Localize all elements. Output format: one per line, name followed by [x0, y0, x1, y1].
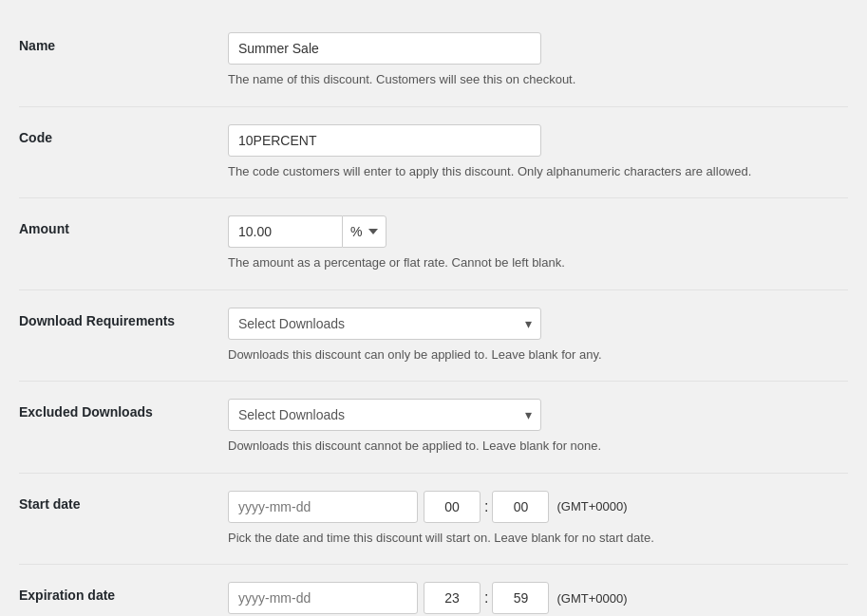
excluded-downloads-select-wrapper: Select Downloads ▾ — [228, 399, 541, 431]
expiration-date-field: : (GMT+0000) — [228, 582, 848, 614]
name-row: Name The name of this discount. Customer… — [19, 15, 848, 107]
amount-unit-select[interactable]: % $ — [342, 215, 386, 248]
expiration-hour-input[interactable] — [424, 582, 481, 614]
code-hint: The code customers will enter to apply t… — [228, 162, 817, 181]
code-field: The code customers will enter to apply t… — [228, 124, 848, 181]
download-requirements-hint: Downloads this discount can only be appl… — [228, 345, 817, 364]
amount-field: % $ The amount as a percentage or flat r… — [228, 215, 848, 272]
start-date-hint: Pick the date and time this discount wil… — [228, 529, 817, 548]
download-requirements-row: Download Requirements Select Downloads ▾… — [19, 290, 848, 383]
amount-row: Amount % $ The amount as a percentage or… — [19, 198, 848, 290]
amount-label: Amount — [19, 215, 228, 236]
expiration-minute-input[interactable] — [492, 582, 549, 614]
amount-inputs: % $ — [228, 215, 848, 248]
excluded-downloads-field: Select Downloads ▾ Downloads this discou… — [228, 399, 848, 456]
name-label: Name — [19, 32, 228, 53]
name-field: The name of this discount. Customers wil… — [228, 32, 848, 89]
start-date-field: : (GMT+0000) Pick the date and time this… — [228, 491, 848, 548]
code-input[interactable] — [228, 124, 541, 157]
expiration-date-input[interactable] — [228, 582, 418, 614]
excluded-downloads-row: Excluded Downloads Select Downloads ▾ Do… — [19, 382, 848, 474]
start-time-separator: : — [481, 491, 492, 523]
start-timezone-label: (GMT+0000) — [556, 499, 627, 513]
excluded-downloads-select[interactable]: Select Downloads — [228, 399, 541, 431]
start-date-label: Start date — [19, 491, 228, 512]
download-requirements-label: Download Requirements — [19, 308, 228, 328]
name-hint: The name of this discount. Customers wil… — [228, 70, 817, 89]
start-minute-input[interactable] — [492, 491, 549, 523]
form-container: Name The name of this discount. Customer… — [0, 0, 867, 616]
amount-hint: The amount as a percentage or flat rate.… — [228, 253, 817, 272]
expiration-datetime-inputs: : (GMT+0000) — [228, 582, 848, 614]
code-row: Code The code customers will enter to ap… — [19, 107, 848, 199]
download-requirements-select-wrapper: Select Downloads ▾ — [228, 308, 541, 340]
expiration-timezone-label: (GMT+0000) — [556, 591, 627, 606]
amount-input[interactable] — [228, 215, 342, 248]
expiration-date-row: Expiration date : (GMT+0000) — [19, 565, 848, 616]
name-input[interactable] — [228, 32, 541, 65]
code-label: Code — [19, 124, 228, 145]
start-date-input[interactable] — [228, 491, 418, 523]
download-requirements-select[interactable]: Select Downloads — [228, 308, 541, 340]
excluded-downloads-label: Excluded Downloads — [19, 399, 228, 420]
start-date-row: Start date : (GMT+0000) Pick the date an… — [19, 474, 848, 566]
start-datetime-inputs: : (GMT+0000) — [228, 491, 848, 523]
start-hour-input[interactable] — [424, 491, 481, 523]
expiration-date-label: Expiration date — [19, 582, 228, 603]
excluded-downloads-hint: Downloads this discount cannot be applie… — [228, 437, 817, 456]
download-requirements-field: Select Downloads ▾ Downloads this discou… — [228, 308, 848, 364]
expiration-time-separator: : — [481, 582, 492, 614]
